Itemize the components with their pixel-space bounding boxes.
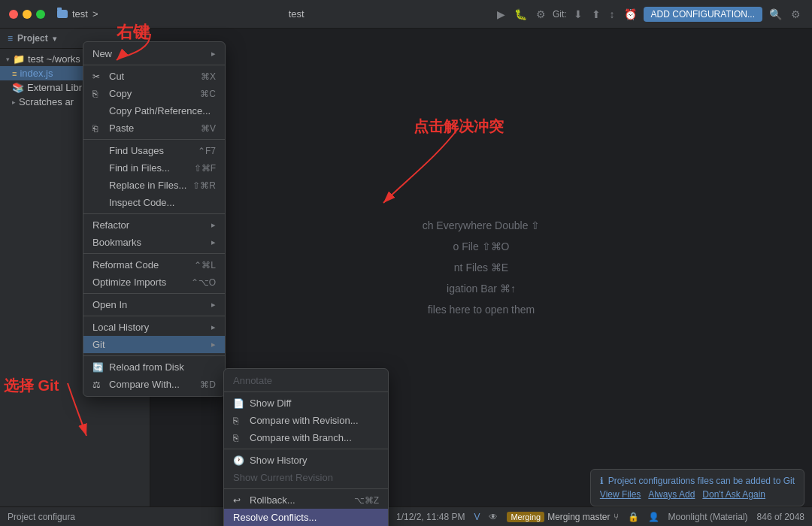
menu-item-find-files[interactable]: Find in Files... ⇧⌘F	[83, 159, 225, 177]
hint-line1: ch Everywhere Double ⇧	[423, 215, 541, 236]
show-history-icon: 🕐	[233, 455, 245, 466]
dont-ask-link[interactable]: Don't Ask Again	[702, 489, 765, 500]
run-icon[interactable]: ▶	[495, 7, 508, 22]
menu-item-new[interactable]: New ▸	[83, 45, 225, 62]
view-files-link[interactable]: View Files	[600, 489, 641, 500]
git-rollback-label: Rollback...	[250, 494, 350, 506]
menu-item-find-usages[interactable]: Find Usages ⌃F7	[83, 142, 225, 159]
maximize-button[interactable]	[36, 10, 45, 19]
tree-item-label: index.js	[20, 68, 53, 79]
menu-item-bookmarks-label: Bookmarks	[92, 237, 207, 248]
cut-icon: ✂	[92, 71, 105, 82]
menu-item-new-label: New	[92, 48, 207, 59]
compare-branch-icon: ⎘	[233, 433, 245, 443]
always-add-link[interactable]: Always Add	[648, 489, 695, 500]
reformat-shortcut: ⌃⌘L	[194, 260, 216, 271]
menu-item-git[interactable]: Git ▸	[83, 336, 225, 353]
submenu-arrow-local-history: ▸	[211, 322, 216, 332]
menu-item-optimize[interactable]: Optimize Imports ⌃⌥O	[83, 274, 225, 291]
project-label: test >	[57, 8, 98, 20]
find-files-shortcut: ⇧⌘F	[194, 163, 216, 174]
git-sep-2	[224, 449, 388, 449]
minimize-button[interactable]	[23, 10, 32, 19]
tree-folder-icon: 📁	[13, 53, 25, 65]
statusbar: Project configura 1/12/2, 11:48 PM V 👁 M…	[0, 506, 812, 526]
git-menu-compare-revision[interactable]: ⎘ Compare with Revision...	[224, 412, 388, 429]
debug-icon[interactable]: 🐛	[512, 7, 529, 22]
add-config-button[interactable]: ADD CONFIGURATION...	[644, 7, 762, 22]
optimize-shortcut: ⌃⌥O	[191, 277, 216, 288]
context-menu: New ▸ ✂ Cut ⌘X ⎘ Copy ⌘C Copy Path/Refer…	[83, 41, 226, 397]
tree-js-icon: ≡	[12, 69, 17, 78]
project-folder-icon	[57, 10, 68, 18]
git-show-diff-label: Show Diff	[250, 398, 379, 409]
tree-lib-icon: 📚	[12, 82, 24, 93]
git-resolve-conflicts-label: Resolve Conflicts...	[233, 512, 379, 523]
menu-item-paste[interactable]: ⎗ Paste ⌘V	[83, 119, 225, 137]
tree-item-label: External Libr	[27, 82, 82, 93]
menu-item-replace[interactable]: Replace in Files... ⇧⌘R	[83, 177, 225, 194]
menu-item-copy-path[interactable]: Copy Path/Reference...	[83, 102, 225, 119]
statusbar-right: 1/12/2, 11:48 PM V 👁 Merging Merging mas…	[396, 512, 804, 522]
menu-item-reformat[interactable]: Reformat Code ⌃⌘L	[83, 256, 225, 274]
git-annotate-label: Annotate	[233, 375, 379, 386]
info-icon: ℹ	[600, 476, 604, 486]
center-title: test	[289, 8, 304, 20]
submenu-arrow-refactor: ▸	[211, 220, 216, 230]
git-push-icon[interactable]: ⬆	[589, 7, 603, 22]
coverage-icon[interactable]: ⚙	[534, 7, 548, 22]
menu-item-copy-label: Copy	[109, 88, 195, 99]
sidebar-title: Project	[17, 33, 48, 44]
git-menu-show-current: Show Current Revision	[224, 469, 388, 486]
hint-line5: files here to open them	[423, 299, 541, 320]
separator-7	[83, 355, 225, 356]
menu-item-cut[interactable]: ✂ Cut ⌘X	[83, 68, 225, 85]
traffic-lights	[9, 10, 45, 19]
git-update-icon[interactable]: ⬇	[571, 7, 585, 22]
separator-4	[83, 253, 225, 254]
merging-badge: Merging	[507, 512, 544, 522]
titlebar: test > test ▶ 🐛 ⚙ Git: ⬇ ⬆ ↕ ⏰ ADD CONFI…	[0, 0, 812, 29]
git-show-history-label: Show History	[250, 455, 379, 466]
menu-item-open-in[interactable]: Open In ▸	[83, 296, 225, 313]
menu-item-copy[interactable]: ⎘ Copy ⌘C	[83, 85, 225, 102]
submenu-arrow-open-in: ▸	[211, 300, 216, 310]
git-fetch-icon[interactable]: ↕	[607, 7, 617, 22]
git-menu-rollback[interactable]: ↩ Rollback... ⌥⌘Z	[224, 491, 388, 509]
hint-line4: igation Bar ⌘↑	[423, 278, 541, 299]
menu-item-inspect[interactable]: Inspect Code...	[83, 194, 225, 211]
notification-title: ℹ Project configurations files can be ad…	[600, 476, 795, 486]
cut-shortcut: ⌘X	[201, 71, 216, 82]
menu-item-copy-path-label: Copy Path/Reference...	[109, 105, 216, 116]
git-branch[interactable]: Merging Merging master ⑂	[507, 512, 618, 522]
copy-icon: ⎘	[92, 89, 105, 99]
menu-item-replace-label: Replace in Files...	[109, 180, 188, 191]
menu-item-optimize-label: Optimize Imports	[92, 277, 186, 288]
menu-item-reload[interactable]: 🔄 Reload from Disk	[83, 358, 225, 376]
separator-5	[83, 293, 225, 294]
show-diff-icon: 📄	[233, 398, 245, 409]
git-sep-1	[224, 391, 388, 392]
git-menu-compare-branch[interactable]: ⎘ Compare with Branch...	[224, 429, 388, 446]
statusbar-datetime: 1/12/2, 11:48 PM	[396, 512, 465, 522]
git-menu-show-history[interactable]: 🕐 Show History	[224, 452, 388, 469]
close-button[interactable]	[9, 10, 18, 19]
menu-item-refactor-label: Refactor	[92, 219, 207, 231]
branch-label: Merging master	[547, 512, 610, 522]
statusbar-linecol: 846 of 2048	[757, 512, 804, 522]
menu-item-local-history[interactable]: Local History ▸	[83, 319, 225, 336]
menu-item-bookmarks[interactable]: Bookmarks ▸	[83, 234, 225, 251]
compare-shortcut: ⌘D	[200, 379, 216, 390]
menu-item-refactor[interactable]: Refactor ▸	[83, 216, 225, 234]
menu-item-reformat-label: Reformat Code	[92, 259, 189, 271]
search-icon[interactable]: 🔍	[767, 7, 784, 22]
git-menu-resolve-conflicts[interactable]: Resolve Conflicts...	[224, 509, 388, 526]
replace-shortcut: ⇧⌘R	[192, 180, 216, 191]
menu-item-open-in-label: Open In	[92, 299, 207, 310]
settings-icon[interactable]: ⚙	[789, 7, 803, 22]
git-compare-branch-label: Compare with Branch...	[250, 432, 379, 443]
menu-item-compare-with[interactable]: ⚖ Compare With... ⌘D	[83, 376, 225, 393]
git-history-icon[interactable]: ⏰	[622, 7, 639, 22]
git-compare-revision-label: Compare with Revision...	[250, 415, 379, 426]
git-menu-show-diff[interactable]: 📄 Show Diff	[224, 394, 388, 412]
